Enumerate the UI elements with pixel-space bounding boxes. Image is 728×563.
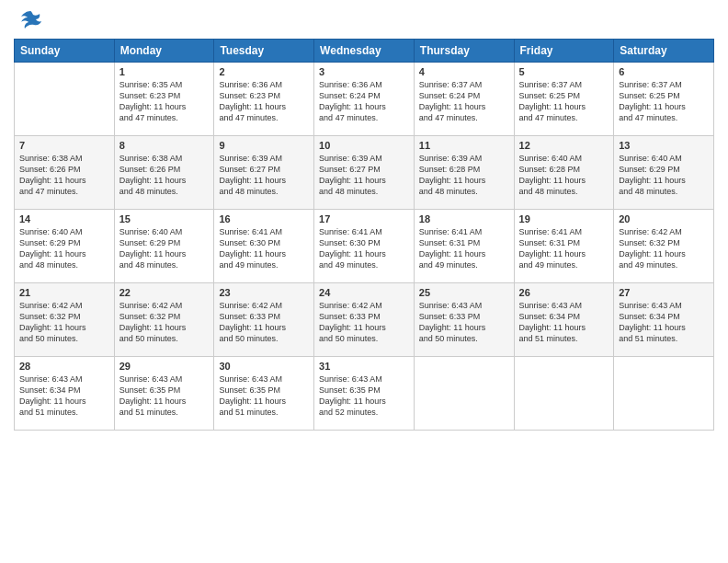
calendar-cell: 2Sunrise: 6:36 AM Sunset: 6:23 PM Daylig…	[214, 63, 314, 136]
calendar-cell: 16Sunrise: 6:41 AM Sunset: 6:30 PM Dayli…	[214, 210, 314, 283]
calendar-cell: 13Sunrise: 6:40 AM Sunset: 6:29 PM Dayli…	[614, 136, 714, 210]
calendar-cell: 7Sunrise: 6:38 AM Sunset: 6:26 PM Daylig…	[15, 136, 115, 210]
calendar-day-header: Wednesday	[314, 40, 415, 63]
day-number: 11	[419, 140, 509, 151]
day-info: Sunrise: 6:42 AM Sunset: 6:33 PM Dayligh…	[219, 300, 309, 345]
calendar-cell: 24Sunrise: 6:42 AM Sunset: 6:33 PM Dayli…	[314, 283, 415, 357]
calendar-day-header: Saturday	[614, 40, 714, 63]
logo-bird-icon	[17, 9, 43, 31]
day-number: 29	[119, 361, 210, 372]
calendar-day-header: Thursday	[414, 40, 514, 63]
day-info: Sunrise: 6:38 AM Sunset: 6:26 PM Dayligh…	[19, 153, 109, 198]
day-info: Sunrise: 6:42 AM Sunset: 6:32 PM Dayligh…	[119, 300, 210, 345]
day-number: 18	[419, 213, 509, 224]
calendar-day-header: Tuesday	[214, 40, 314, 63]
day-number: 14	[19, 213, 109, 224]
calendar-cell: 6Sunrise: 6:37 AM Sunset: 6:25 PM Daylig…	[614, 63, 714, 136]
day-info: Sunrise: 6:43 AM Sunset: 6:35 PM Dayligh…	[319, 373, 409, 419]
day-info: Sunrise: 6:37 AM Sunset: 6:25 PM Dayligh…	[619, 79, 709, 124]
day-number: 4	[419, 66, 509, 77]
calendar-cell: 19Sunrise: 6:41 AM Sunset: 6:31 PM Dayli…	[514, 210, 614, 283]
day-info: Sunrise: 6:37 AM Sunset: 6:24 PM Dayligh…	[419, 79, 509, 124]
day-number: 23	[219, 287, 309, 298]
day-number: 8	[119, 140, 210, 151]
calendar-week-row: 21Sunrise: 6:42 AM Sunset: 6:32 PM Dayli…	[15, 283, 714, 357]
day-info: Sunrise: 6:38 AM Sunset: 6:26 PM Dayligh…	[119, 153, 210, 198]
calendar-cell: 10Sunrise: 6:39 AM Sunset: 6:27 PM Dayli…	[314, 136, 415, 210]
day-info: Sunrise: 6:39 AM Sunset: 6:27 PM Dayligh…	[319, 153, 409, 198]
calendar-week-row: 1Sunrise: 6:35 AM Sunset: 6:23 PM Daylig…	[15, 63, 714, 136]
calendar-cell	[614, 357, 714, 431]
day-info: Sunrise: 6:35 AM Sunset: 6:23 PM Dayligh…	[119, 79, 210, 124]
calendar-week-row: 28Sunrise: 6:43 AM Sunset: 6:34 PM Dayli…	[15, 357, 714, 431]
day-info: Sunrise: 6:43 AM Sunset: 6:34 PM Dayligh…	[19, 373, 109, 419]
header	[14, 9, 714, 31]
calendar-cell: 25Sunrise: 6:43 AM Sunset: 6:33 PM Dayli…	[414, 283, 514, 357]
calendar-cell: 26Sunrise: 6:43 AM Sunset: 6:34 PM Dayli…	[514, 283, 614, 357]
day-number: 20	[619, 213, 709, 224]
day-info: Sunrise: 6:43 AM Sunset: 6:35 PM Dayligh…	[219, 373, 309, 419]
calendar-cell: 29Sunrise: 6:43 AM Sunset: 6:35 PM Dayli…	[114, 357, 214, 431]
calendar-cell	[15, 63, 115, 136]
day-number: 16	[219, 213, 309, 224]
day-number: 10	[319, 140, 409, 151]
day-number: 9	[219, 140, 309, 151]
day-number: 19	[519, 213, 609, 224]
day-info: Sunrise: 6:41 AM Sunset: 6:31 PM Dayligh…	[419, 226, 509, 271]
calendar-day-header: Sunday	[15, 40, 115, 63]
day-info: Sunrise: 6:36 AM Sunset: 6:23 PM Dayligh…	[219, 79, 309, 124]
day-number: 15	[119, 213, 210, 224]
day-number: 5	[519, 66, 609, 77]
day-number: 24	[319, 287, 409, 298]
calendar-cell: 17Sunrise: 6:41 AM Sunset: 6:30 PM Dayli…	[314, 210, 415, 283]
calendar-cell: 23Sunrise: 6:42 AM Sunset: 6:33 PM Dayli…	[214, 283, 314, 357]
calendar-day-header: Friday	[514, 40, 614, 63]
day-number: 13	[619, 140, 709, 151]
day-info: Sunrise: 6:43 AM Sunset: 6:34 PM Dayligh…	[519, 300, 609, 345]
calendar-cell: 1Sunrise: 6:35 AM Sunset: 6:23 PM Daylig…	[114, 63, 214, 136]
calendar-cell: 9Sunrise: 6:39 AM Sunset: 6:27 PM Daylig…	[214, 136, 314, 210]
day-info: Sunrise: 6:41 AM Sunset: 6:31 PM Dayligh…	[519, 226, 609, 271]
day-number: 26	[519, 287, 609, 298]
day-number: 25	[419, 287, 509, 298]
day-number: 12	[519, 140, 609, 151]
day-info: Sunrise: 6:41 AM Sunset: 6:30 PM Dayligh…	[319, 226, 409, 271]
day-info: Sunrise: 6:40 AM Sunset: 6:29 PM Dayligh…	[19, 226, 109, 271]
calendar-week-row: 14Sunrise: 6:40 AM Sunset: 6:29 PM Dayli…	[15, 210, 714, 283]
day-number: 31	[319, 361, 409, 372]
day-info: Sunrise: 6:40 AM Sunset: 6:28 PM Dayligh…	[519, 153, 609, 198]
day-number: 27	[619, 287, 709, 298]
day-number: 2	[219, 66, 309, 77]
calendar-cell: 5Sunrise: 6:37 AM Sunset: 6:25 PM Daylig…	[514, 63, 614, 136]
calendar-cell: 14Sunrise: 6:40 AM Sunset: 6:29 PM Dayli…	[15, 210, 115, 283]
day-number: 22	[119, 287, 210, 298]
calendar-cell: 31Sunrise: 6:43 AM Sunset: 6:35 PM Dayli…	[314, 357, 415, 431]
day-number: 3	[319, 66, 409, 77]
calendar-cell: 30Sunrise: 6:43 AM Sunset: 6:35 PM Dayli…	[214, 357, 314, 431]
day-info: Sunrise: 6:43 AM Sunset: 6:33 PM Dayligh…	[419, 300, 509, 345]
calendar-cell: 3Sunrise: 6:36 AM Sunset: 6:24 PM Daylig…	[314, 63, 415, 136]
calendar-cell: 8Sunrise: 6:38 AM Sunset: 6:26 PM Daylig…	[114, 136, 214, 210]
calendar-cell: 15Sunrise: 6:40 AM Sunset: 6:29 PM Dayli…	[114, 210, 214, 283]
calendar-cell: 22Sunrise: 6:42 AM Sunset: 6:32 PM Dayli…	[114, 283, 214, 357]
day-number: 7	[19, 140, 109, 151]
calendar-day-header: Monday	[114, 40, 214, 63]
day-info: Sunrise: 6:42 AM Sunset: 6:32 PM Dayligh…	[619, 226, 709, 271]
day-info: Sunrise: 6:41 AM Sunset: 6:30 PM Dayligh…	[219, 226, 309, 271]
day-info: Sunrise: 6:37 AM Sunset: 6:25 PM Dayligh…	[519, 79, 609, 124]
day-info: Sunrise: 6:39 AM Sunset: 6:28 PM Dayligh…	[419, 153, 509, 198]
day-number: 1	[119, 66, 210, 77]
logo	[14, 9, 43, 31]
day-info: Sunrise: 6:40 AM Sunset: 6:29 PM Dayligh…	[619, 153, 709, 198]
calendar-cell: 20Sunrise: 6:42 AM Sunset: 6:32 PM Dayli…	[614, 210, 714, 283]
day-info: Sunrise: 6:43 AM Sunset: 6:35 PM Dayligh…	[119, 373, 210, 419]
calendar-cell	[414, 357, 514, 431]
page: SundayMondayTuesdayWednesdayThursdayFrid…	[0, 0, 728, 563]
day-info: Sunrise: 6:36 AM Sunset: 6:24 PM Dayligh…	[319, 79, 409, 124]
calendar-cell: 12Sunrise: 6:40 AM Sunset: 6:28 PM Dayli…	[514, 136, 614, 210]
calendar-cell: 4Sunrise: 6:37 AM Sunset: 6:24 PM Daylig…	[414, 63, 514, 136]
calendar-week-row: 7Sunrise: 6:38 AM Sunset: 6:26 PM Daylig…	[15, 136, 714, 210]
day-number: 6	[619, 66, 709, 77]
day-info: Sunrise: 6:43 AM Sunset: 6:34 PM Dayligh…	[619, 300, 709, 345]
day-info: Sunrise: 6:40 AM Sunset: 6:29 PM Dayligh…	[119, 226, 210, 271]
